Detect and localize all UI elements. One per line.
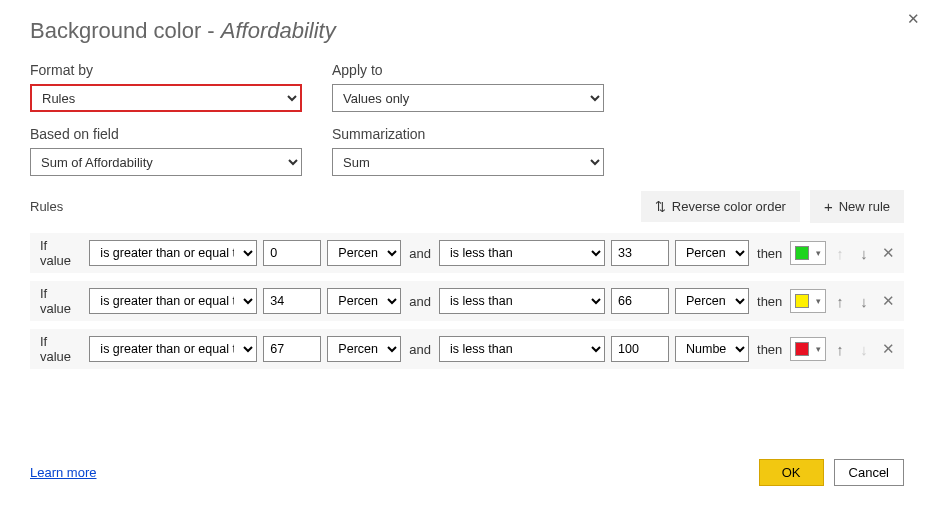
rule-op1-select[interactable]: is greater than or equal to	[89, 288, 257, 314]
rule-unit2-select[interactable]: Number	[675, 336, 749, 362]
rule-unit1-select[interactable]: Percent	[327, 336, 401, 362]
rule-unit2-select[interactable]: Percent	[675, 240, 749, 266]
ok-button[interactable]: OK	[759, 459, 824, 486]
then-text: then	[755, 294, 784, 309]
move-up-icon[interactable]: ↑	[832, 341, 848, 358]
rule-unit1-select[interactable]: Percent	[327, 240, 401, 266]
if-value-text: If value	[38, 334, 83, 364]
rule-row: If valueis greater than or equal toPerce…	[30, 233, 904, 273]
delete-rule-icon[interactable]: ✕	[880, 340, 896, 358]
and-text: and	[407, 342, 433, 357]
rule-row: If valueis greater than or equal toPerce…	[30, 329, 904, 369]
rule-val1-input[interactable]	[263, 288, 321, 314]
caret-down-icon: ▾	[816, 344, 821, 354]
based-on-field-label: Based on field	[30, 126, 302, 142]
then-text: then	[755, 342, 784, 357]
rule-val2-input[interactable]	[611, 288, 669, 314]
plus-icon: +	[824, 198, 833, 215]
move-down-icon: ↓	[856, 341, 872, 358]
rule-op2-select[interactable]: is less than	[439, 336, 605, 362]
rules-label: Rules	[30, 199, 63, 214]
move-down-icon[interactable]: ↓	[856, 293, 872, 310]
then-text: then	[755, 246, 784, 261]
format-by-label: Format by	[30, 62, 302, 78]
reverse-color-order-button[interactable]: ⇅ Reverse color order	[641, 191, 800, 222]
move-up-icon[interactable]: ↑	[832, 293, 848, 310]
if-value-text: If value	[38, 286, 83, 316]
rule-row: If valueis greater than or equal toPerce…	[30, 281, 904, 321]
swap-icon: ⇅	[655, 199, 666, 214]
caret-down-icon: ▾	[816, 296, 821, 306]
rule-val1-input[interactable]	[263, 336, 321, 362]
delete-rule-icon[interactable]: ✕	[880, 244, 896, 262]
title-prefix: Background color -	[30, 18, 221, 43]
dialog-title: Background color - Affordability	[30, 18, 904, 44]
new-rule-button[interactable]: + New rule	[810, 190, 904, 223]
move-down-icon[interactable]: ↓	[856, 245, 872, 262]
and-text: and	[407, 246, 433, 261]
if-value-text: If value	[38, 238, 83, 268]
cancel-button[interactable]: Cancel	[834, 459, 904, 486]
apply-to-label: Apply to	[332, 62, 604, 78]
color-picker[interactable]: ▾	[790, 337, 826, 361]
rule-val2-input[interactable]	[611, 336, 669, 362]
title-field: Affordability	[221, 18, 336, 43]
rule-op1-select[interactable]: is greater than or equal to	[89, 240, 257, 266]
format-by-select[interactable]: Rules	[30, 84, 302, 112]
apply-to-select[interactable]: Values only	[332, 84, 604, 112]
reverse-label: Reverse color order	[672, 199, 786, 214]
delete-rule-icon[interactable]: ✕	[880, 292, 896, 310]
color-picker[interactable]: ▾	[790, 241, 826, 265]
color-swatch-icon	[795, 342, 809, 356]
rule-op2-select[interactable]: is less than	[439, 240, 605, 266]
close-icon[interactable]: ✕	[907, 10, 920, 28]
rule-op1-select[interactable]: is greater than or equal to	[89, 336, 257, 362]
based-on-field-select[interactable]: Sum of Affordability	[30, 148, 302, 176]
rule-op2-select[interactable]: is less than	[439, 288, 605, 314]
rule-val1-input[interactable]	[263, 240, 321, 266]
conditional-formatting-dialog: ✕ Background color - Affordability Forma…	[0, 0, 934, 506]
color-swatch-icon	[795, 294, 809, 308]
summarization-select[interactable]: Sum	[332, 148, 604, 176]
rule-unit2-select[interactable]: Percent	[675, 288, 749, 314]
and-text: and	[407, 294, 433, 309]
rules-list: If valueis greater than or equal toPerce…	[30, 233, 904, 377]
rule-unit1-select[interactable]: Percent	[327, 288, 401, 314]
color-swatch-icon	[795, 246, 809, 260]
color-picker[interactable]: ▾	[790, 289, 826, 313]
summarization-label: Summarization	[332, 126, 604, 142]
caret-down-icon: ▾	[816, 248, 821, 258]
learn-more-link[interactable]: Learn more	[30, 465, 96, 480]
move-up-icon: ↑	[832, 245, 848, 262]
new-rule-label: New rule	[839, 199, 890, 214]
rule-val2-input[interactable]	[611, 240, 669, 266]
